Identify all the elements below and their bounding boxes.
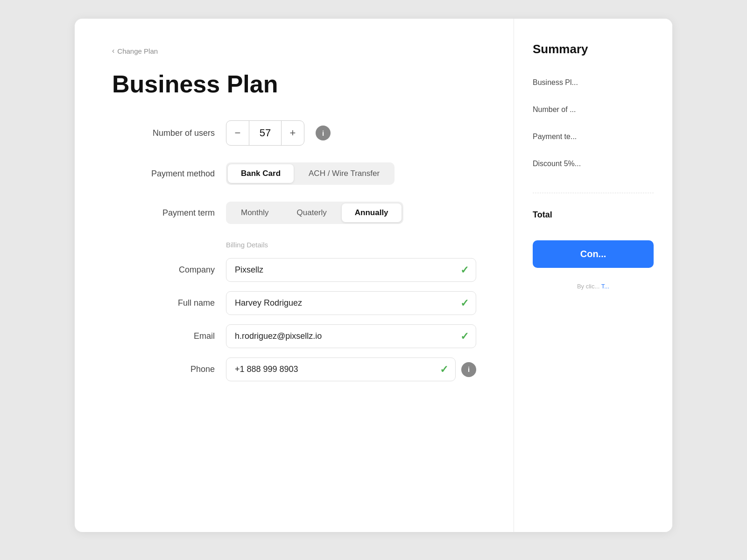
summary-discount: Discount 5%... <box>533 158 654 169</box>
company-row: Company ✓ <box>112 258 476 282</box>
summary-plan: Business Pl... <box>533 77 654 88</box>
payment-term-label: Payment term <box>112 208 215 218</box>
phone-info-icon[interactable]: i <box>461 362 476 377</box>
payment-method-ach[interactable]: ACH / Wire Transfer <box>296 164 393 183</box>
users-label: Number of users <box>112 128 215 138</box>
phone-row: Phone ✓ i <box>112 357 476 381</box>
email-label: Email <box>112 331 215 341</box>
payment-method-bank-card[interactable]: Bank Card <box>228 164 294 183</box>
payment-term-toggle-group: Monthly Quaterly Annually <box>226 202 403 224</box>
phone-input[interactable] <box>226 357 456 381</box>
summary-total: Total <box>533 210 654 220</box>
company-input-wrapper: ✓ <box>226 258 476 282</box>
fullname-input-wrapper: ✓ <box>226 291 476 315</box>
users-row: Number of users − 57 + i <box>112 120 476 146</box>
users-info-icon[interactable]: i <box>316 126 331 140</box>
fullname-row: Full name ✓ <box>112 291 476 315</box>
company-check-icon: ✓ <box>460 264 469 276</box>
summary-payment-term: Payment te... <box>533 131 654 142</box>
users-value: 57 <box>249 121 282 145</box>
fullname-input[interactable] <box>226 291 476 315</box>
confirm-button[interactable]: Con... <box>533 240 654 268</box>
breadcrumb[interactable]: ‹ Change Plan <box>112 47 476 55</box>
term-quarterly[interactable]: Quaterly <box>284 203 340 222</box>
summary-title: Summary <box>533 42 654 56</box>
main-container: ‹ Change Plan Business Plan Number of us… <box>75 19 672 532</box>
page-title: Business Plan <box>112 70 476 98</box>
billing-subtitle: Billing Details <box>226 241 476 249</box>
payment-method-label: Payment method <box>112 169 215 179</box>
phone-input-wrapper: ✓ <box>226 357 456 381</box>
email-check-icon: ✓ <box>460 330 469 343</box>
email-row: Email ✓ <box>112 324 476 348</box>
term-monthly[interactable]: Monthly <box>228 203 282 222</box>
payment-method-toggle-group: Bank Card ACH / Wire Transfer <box>226 162 395 185</box>
summary-num-users: Number of ... <box>533 104 654 115</box>
left-panel: ‹ Change Plan Business Plan Number of us… <box>75 19 514 532</box>
payment-term-row: Payment term Monthly Quaterly Annually <box>112 202 476 224</box>
summary-panel: Summary Business Pl... Number of ... Pay… <box>514 19 672 532</box>
fullname-check-icon: ✓ <box>460 297 469 309</box>
email-input-wrapper: ✓ <box>226 324 476 348</box>
by-clicking-text: By clic... T... <box>533 283 654 290</box>
decrement-button[interactable]: − <box>226 121 249 145</box>
company-label: Company <box>112 265 215 275</box>
fullname-label: Full name <box>112 298 215 308</box>
breadcrumb-label: Change Plan <box>117 47 158 55</box>
summary-divider <box>533 193 654 193</box>
phone-wrapper: ✓ i <box>226 357 476 381</box>
terms-link[interactable]: T... <box>601 283 609 290</box>
term-annually[interactable]: Annually <box>342 203 402 222</box>
phone-check-icon: ✓ <box>440 364 448 376</box>
phone-label: Phone <box>112 364 215 374</box>
company-input[interactable] <box>226 258 476 282</box>
back-icon: ‹ <box>112 47 114 55</box>
increment-button[interactable]: + <box>282 121 304 145</box>
users-stepper: − 57 + <box>226 120 304 146</box>
email-input[interactable] <box>226 324 476 348</box>
payment-method-row: Payment method Bank Card ACH / Wire Tran… <box>112 162 476 185</box>
